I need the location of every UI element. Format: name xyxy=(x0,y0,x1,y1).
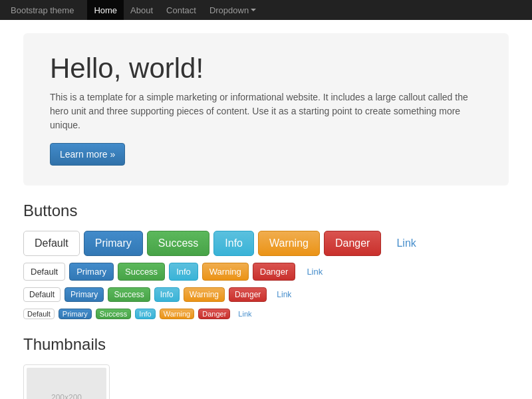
button-row-small: Default Primary Success Info Warning Dan… xyxy=(23,287,509,302)
thumbnail-item[interactable]: 200x200 xyxy=(23,364,110,399)
thumbnail-label: 200x200 xyxy=(51,393,82,399)
nav-items: Home About Contact Dropdown xyxy=(87,0,263,20)
btn-info-md[interactable]: Info xyxy=(169,263,198,281)
hero-unit: Hello, world! This is a template for a s… xyxy=(23,33,509,186)
button-row-xsmall: Default Primary Success Info Warning Dan… xyxy=(23,309,509,319)
btn-info-xs[interactable]: Info xyxy=(135,309,155,319)
thumbnails-section: Thumbnails 200x200 xyxy=(23,335,509,399)
navbar: Bootstrap theme Home About Contact Dropd… xyxy=(0,0,532,20)
btn-danger-md[interactable]: Danger xyxy=(253,263,296,281)
btn-danger-lg[interactable]: Danger xyxy=(324,231,381,256)
button-row-large: Default Primary Success Info Warning Dan… xyxy=(23,231,509,256)
btn-warning-xs[interactable]: Warning xyxy=(160,309,195,319)
btn-default-sm[interactable]: Default xyxy=(23,287,61,302)
nav-item-dropdown[interactable]: Dropdown xyxy=(203,0,263,20)
btn-success-md[interactable]: Success xyxy=(118,263,165,281)
btn-link-md[interactable]: Link xyxy=(299,263,330,281)
button-row-medium: Default Primary Success Info Warning Dan… xyxy=(23,263,509,281)
btn-primary-xs[interactable]: Primary xyxy=(59,309,92,319)
main-container: Hello, world! This is a template for a s… xyxy=(13,20,519,399)
btn-link-lg[interactable]: Link xyxy=(385,231,427,256)
btn-link-sm[interactable]: Link xyxy=(271,287,297,302)
btn-info-lg[interactable]: Info xyxy=(213,231,254,256)
btn-primary-md[interactable]: Primary xyxy=(69,263,114,281)
dropdown-caret-icon xyxy=(251,9,256,11)
nav-item-about[interactable]: About xyxy=(124,0,160,20)
buttons-section-title: Buttons xyxy=(23,201,509,220)
btn-default-lg[interactable]: Default xyxy=(23,231,80,256)
nav-item-contact[interactable]: Contact xyxy=(160,0,203,20)
btn-danger-xs[interactable]: Danger xyxy=(198,309,230,319)
btn-default-xs[interactable]: Default xyxy=(23,309,55,319)
btn-success-xs[interactable]: Success xyxy=(96,309,132,319)
btn-info-sm[interactable]: Info xyxy=(154,287,180,302)
hero-heading: Hello, world! xyxy=(50,53,482,84)
thumbnail-image: 200x200 xyxy=(27,368,106,399)
btn-default-md[interactable]: Default xyxy=(23,263,65,281)
learn-more-button[interactable]: Learn more » xyxy=(50,143,125,166)
btn-warning-lg[interactable]: Warning xyxy=(258,231,320,256)
nav-item-home[interactable]: Home xyxy=(87,0,124,20)
navbar-brand[interactable]: Bootstrap theme xyxy=(11,5,74,15)
btn-success-lg[interactable]: Success xyxy=(147,231,209,256)
btn-warning-sm[interactable]: Warning xyxy=(184,287,225,302)
buttons-section: Buttons Default Primary Success Info War… xyxy=(23,201,509,319)
btn-warning-md[interactable]: Warning xyxy=(202,263,249,281)
btn-primary-lg[interactable]: Primary xyxy=(84,231,143,256)
btn-danger-sm[interactable]: Danger xyxy=(229,287,267,302)
btn-primary-sm[interactable]: Primary xyxy=(65,287,104,302)
btn-success-sm[interactable]: Success xyxy=(108,287,150,302)
btn-link-xs[interactable]: Link xyxy=(234,309,255,319)
hero-body: This is a template for a simple marketin… xyxy=(50,90,482,132)
thumbnails-section-title: Thumbnails xyxy=(23,335,509,354)
